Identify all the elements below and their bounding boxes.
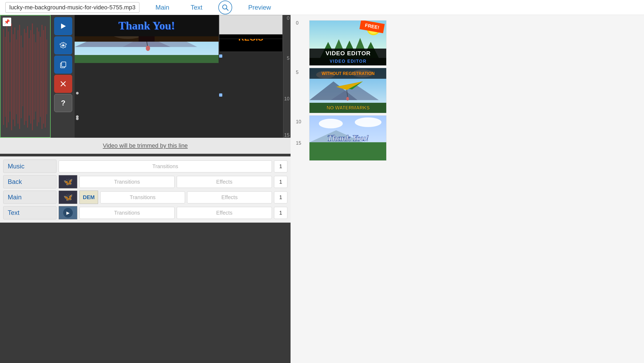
svg-rect-16 xyxy=(26,33,26,121)
text-overlay-track: VIDEO EDITOR 📌 WITHOUT REGIS xyxy=(219,15,284,138)
transitions-3[interactable]: Transitions xyxy=(100,191,185,203)
trim-line-text: Video will be trimmed by this line xyxy=(103,142,188,149)
svg-rect-12 xyxy=(19,25,20,129)
svg-text:VIDEO EDITOR: VIDEO EDITOR xyxy=(325,50,371,57)
bottom-nav-panel: Music Transitions 1 Back 🦋 Transitions E… xyxy=(0,156,291,223)
svg-rect-27 xyxy=(43,30,44,124)
ruler-10: 10 xyxy=(284,96,289,102)
copy-button[interactable] xyxy=(54,56,72,74)
preview-panel: 0 5 10 15 xyxy=(291,15,644,363)
svg-rect-5 xyxy=(8,31,9,122)
thumb-butterfly-1: 🦋 xyxy=(59,175,77,188)
search-button[interactable] xyxy=(218,1,232,14)
clip-handle-2[interactable] xyxy=(76,92,79,94)
svg-rect-8 xyxy=(13,34,14,120)
filename-display: lucky-me-background-music-for-video-5755… xyxy=(5,2,139,13)
main-button[interactable]: Main xyxy=(3,191,57,204)
count-3: 1 xyxy=(274,191,287,203)
svg-text:Thank You!: Thank You! xyxy=(327,133,369,143)
waveform xyxy=(1,15,50,137)
svg-rect-17 xyxy=(27,26,28,128)
main-layout: 📌 xyxy=(0,15,644,363)
timeline-panel: 📌 xyxy=(0,15,291,363)
block2-handle[interactable] xyxy=(219,54,222,58)
effects-2[interactable]: Effects xyxy=(177,176,272,188)
control-buttons: ? xyxy=(52,15,74,114)
timeline-ruler: 0 5 10 15 xyxy=(283,15,291,138)
audio-track: 📌 xyxy=(0,15,51,138)
thumb-icon: ▶ xyxy=(59,206,77,219)
delete-button[interactable] xyxy=(54,75,72,93)
svg-rect-26 xyxy=(42,25,42,129)
count-4: 1 xyxy=(274,207,287,219)
svg-rect-18 xyxy=(29,38,30,116)
ruler-5: 5 xyxy=(287,56,289,61)
svg-rect-9 xyxy=(14,27,15,126)
svg-rect-22 xyxy=(35,42,36,112)
svg-text:WITHOUT REGISTRATION: WITHOUT REGISTRATION xyxy=(322,71,375,76)
svg-point-98 xyxy=(355,117,381,127)
header: lucky-me-background-music-for-video-5755… xyxy=(0,0,644,15)
ruler-15: 15 xyxy=(284,132,289,138)
transitions-2[interactable]: Transitions xyxy=(79,176,175,188)
svg-rect-3 xyxy=(5,37,6,117)
clip-handle-4[interactable] xyxy=(76,115,79,118)
svg-marker-30 xyxy=(61,23,66,29)
svg-rect-19 xyxy=(30,30,31,124)
header-tabs: Main Text xyxy=(155,3,202,12)
svg-point-91 xyxy=(346,97,349,101)
clip-thankyou: Thank You! xyxy=(75,15,219,36)
play-button[interactable] xyxy=(54,17,72,35)
svg-rect-13 xyxy=(21,35,22,118)
tab-text[interactable]: Text xyxy=(191,3,202,12)
bottom-row-1: Music Transitions 1 xyxy=(3,160,287,173)
svg-point-31 xyxy=(62,44,64,46)
trim-line-area: Video will be trimmed by this line xyxy=(0,138,291,154)
svg-rect-15 xyxy=(24,29,25,125)
svg-rect-21 xyxy=(34,34,34,120)
bottom-row-2: Back 🦋 Transitions Effects 1 xyxy=(3,175,287,188)
block3-handle[interactable] xyxy=(219,93,222,97)
preview-thumbs: VIDEO EDITOR FREE! VIDEO EDITOR xyxy=(309,20,639,161)
tab-main[interactable]: Main xyxy=(155,3,169,12)
preview-thumb-2: WITHOUT REGISTRATION NO WATERMARKS xyxy=(309,68,387,113)
bottom-row-4: Text ▶ Transitions Effects 1 xyxy=(3,206,287,219)
svg-text:▶: ▶ xyxy=(66,211,70,215)
transitions-1[interactable]: Transitions xyxy=(59,160,272,172)
preview-ruler-5: 5 xyxy=(296,70,299,75)
pin-icon: 📌 xyxy=(3,18,11,26)
svg-rect-4 xyxy=(6,26,7,128)
svg-rect-25 xyxy=(40,37,41,117)
svg-rect-29 xyxy=(46,40,47,114)
settings-button[interactable] xyxy=(54,36,72,54)
svg-rect-24 xyxy=(38,31,39,122)
svg-rect-100 xyxy=(309,142,387,161)
count-2: 1 xyxy=(274,176,287,188)
text-block-4 xyxy=(219,15,283,34)
music-button[interactable]: Music xyxy=(3,160,57,173)
text-button[interactable]: Text xyxy=(3,206,57,219)
svg-point-54 xyxy=(146,46,150,51)
effects-3[interactable]: Effects xyxy=(187,191,272,203)
svg-rect-14 xyxy=(22,48,23,106)
preview-ruler-15: 15 xyxy=(296,140,301,146)
back-button[interactable]: Back xyxy=(3,175,57,188)
svg-rect-20 xyxy=(32,23,33,130)
help-button[interactable]: ? xyxy=(54,94,72,112)
effects-4[interactable]: Effects xyxy=(177,207,272,219)
transitions-4[interactable]: Transitions xyxy=(79,207,175,219)
thumb-butterfly-2: 🦋 xyxy=(59,191,77,204)
svg-rect-2 xyxy=(3,29,4,125)
svg-rect-33 xyxy=(62,62,66,67)
svg-rect-23 xyxy=(37,27,38,126)
preview-thumb-3: Thank You! xyxy=(309,115,387,161)
bottom-row-3: Main 🦋 DEM Transitions Effects 1 xyxy=(3,191,287,204)
video-clips-area: Thank You! xyxy=(75,15,219,138)
svg-rect-10 xyxy=(16,40,17,114)
help-icon: ? xyxy=(61,99,65,107)
preview-label[interactable]: Preview xyxy=(248,4,271,11)
svg-rect-55 xyxy=(75,55,219,63)
svg-rect-11 xyxy=(18,30,18,124)
svg-rect-7 xyxy=(11,23,12,130)
svg-point-97 xyxy=(319,119,343,128)
